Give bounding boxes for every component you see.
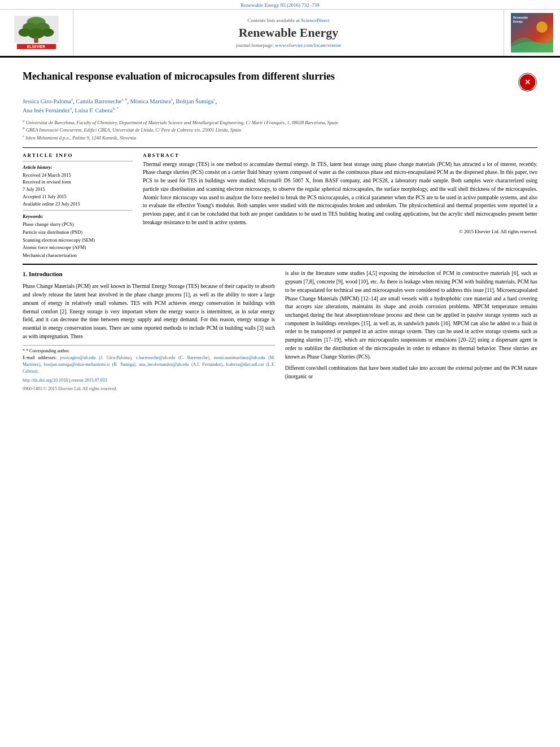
info-divider-1 <box>23 161 133 161</box>
journal-ref-text: Renewable Energy 85 (2016) 732–739 <box>240 2 319 8</box>
corresponding-label: * Corresponding author. <box>26 348 70 353</box>
elsevier-tree-svg: ELSEVIER <box>12 16 60 50</box>
elsevier-logo-area: ELSEVIER <box>0 10 73 56</box>
homepage-label: journal homepage: <box>236 42 274 48</box>
homepage-url[interactable]: www.elsevier.com/locate/renene <box>275 42 341 48</box>
affiliations: a Universitat de Barcelona, Faculty of C… <box>23 119 537 142</box>
journal-header: ELSEVIER Contents lists available at Sci… <box>0 10 560 58</box>
author-3: Mònica Martínez <box>130 98 172 104</box>
body-content: 1. Introduction Phase Change Materials (… <box>23 269 537 392</box>
author-3-sup: a <box>171 97 173 102</box>
abstract-text: Thermal energy storage (TES) is one meth… <box>143 160 537 227</box>
copyright-line: © 2015 Elsevier Ltd. All rights reserved… <box>143 229 537 234</box>
svg-text:ELSEVIER: ELSEVIER <box>27 45 45 49</box>
intro-para-3: Different core/shell combinations that h… <box>285 364 537 381</box>
abstract-head: ABSTRACT <box>143 152 537 158</box>
author-6: Luisa F. Cabeza <box>75 107 112 113</box>
svg-text:CrossMark: CrossMark <box>522 88 533 91</box>
accepted-date: Accepted 11 July 2015 <box>23 193 133 200</box>
article-content: Mechanical response evaluation of microc… <box>0 58 560 398</box>
intro-para-2: is also in the literature some studies [… <box>285 269 537 361</box>
journal-title-area: Contents lists available at ScienceDirec… <box>73 10 504 56</box>
author-1-sup: a <box>71 97 73 102</box>
journal-reference-bar: Renewable Energy 85 (2016) 732–739 <box>0 0 560 10</box>
aff-c-sup: c <box>23 134 24 138</box>
svg-text:✕: ✕ <box>524 78 531 86</box>
keywords-head: Keywords: <box>23 213 133 219</box>
contents-label: Contents lists available at <box>248 18 300 23</box>
history-head: Article history: <box>23 164 133 170</box>
homepage-line: journal homepage: www.elsevier.com/locat… <box>236 42 341 48</box>
journal-cover-image: Renewable Energy <box>511 13 553 53</box>
paper-title-area: Mechanical response evaluation of microc… <box>23 70 537 92</box>
aff-b-sup: b <box>23 126 25 130</box>
author-2-sup: a, b <box>121 97 127 102</box>
crossmark-logo: ✕ CrossMark <box>518 72 537 92</box>
email-note: E-mail addresses: jessicagiro@ub.edu (J.… <box>23 355 275 375</box>
author-4-sup: c <box>213 97 215 102</box>
affiliation-a: a Universitat de Barcelona, Faculty of C… <box>23 119 537 126</box>
paper-title-text: Mechanical response evaluation of microc… <box>23 70 518 83</box>
email-label: E-mail addresses: <box>23 355 56 360</box>
author-5-sup: a <box>70 106 72 111</box>
email-addresses[interactable]: jessicagiro@ub.edu (J. Giro-Paloma), c.b… <box>23 355 275 374</box>
svg-rect-7 <box>34 37 38 43</box>
keyword-3: Scanning electron microscopy (SEM) <box>23 237 133 244</box>
available-date: Available online 23 July 2015 <box>23 200 133 208</box>
abstract-column: ABSTRACT Thermal energy storage (TES) is… <box>143 152 537 260</box>
revised-date: 7 July 2015 <box>23 186 133 193</box>
author-5: Ana Inés Fernández <box>23 107 70 113</box>
cover-svg: Renewable Energy <box>511 13 553 53</box>
affiliation-b: b GREA Innovació Concurrent, Edifici CRE… <box>23 126 537 134</box>
body-right-col: is also in the literature some studies [… <box>285 269 537 392</box>
affiliation-c: c Iskra Mehanizmi d.p.o., Pažine 9, 1240… <box>23 134 537 142</box>
footnote-area: * * Corresponding author. E-mail address… <box>23 345 275 392</box>
svg-text:Energy: Energy <box>513 20 523 23</box>
author-1: Jessica Giro-Paloma <box>23 98 71 104</box>
keyword-4: Atomic force microscope (AFM) <box>23 244 133 252</box>
sciencedirect-link[interactable]: ScienceDirect <box>301 18 329 23</box>
article-info-head: ARTICLE INFO <box>23 152 133 158</box>
authors-line: Jessica Giro-Palomaa, Camila Barrenechea… <box>23 97 537 115</box>
aff-a-sup: a <box>23 119 25 123</box>
intro-para-1: Phase Change Materials (PCM) are well kn… <box>23 282 275 340</box>
received-date: Received 24 March 2015 <box>23 172 133 179</box>
contents-available-line: Contents lists available at ScienceDirec… <box>248 18 330 23</box>
intro-section-num: 1. <box>23 270 27 277</box>
svg-text:Renewable: Renewable <box>513 16 528 19</box>
article-info-column: ARTICLE INFO Article history: Received 2… <box>23 152 133 260</box>
info-abstract-section: ARTICLE INFO Article history: Received 2… <box>23 147 537 260</box>
received-revised: Received in revised form <box>23 178 133 186</box>
author-4: Boštjan Šumiga <box>176 98 213 104</box>
intro-section-title: 1. Introduction <box>23 269 275 279</box>
elsevier-logo: ELSEVIER <box>12 16 60 50</box>
svg-point-13 <box>536 21 548 33</box>
keyword-2: Particle size distribution (PSD) <box>23 229 133 237</box>
corresponding-note: * * Corresponding author. <box>23 348 275 355</box>
keyword-5: Mechanical characterization <box>23 252 133 260</box>
keyword-1: Phase change slurry (PCS) <box>23 221 133 229</box>
issn-line: 0960-1481/© 2015 Elsevier Ltd. All right… <box>23 386 275 392</box>
journal-cover-area: Renewable Energy <box>504 10 560 56</box>
journal-title: Renewable Energy <box>239 25 339 40</box>
author-2: Camila Barreneche <box>76 98 121 104</box>
section-divider <box>23 264 537 265</box>
intro-section-label: Introduction <box>29 270 63 277</box>
body-left-col: 1. Introduction Phase Change Materials (… <box>23 269 275 392</box>
author-6-sup: b, * <box>112 106 119 111</box>
svg-point-6 <box>41 28 54 37</box>
doi-line[interactable]: http://dx.doi.org/10.1016/j.renene.2015.… <box>23 377 275 384</box>
info-divider-2 <box>23 210 133 211</box>
